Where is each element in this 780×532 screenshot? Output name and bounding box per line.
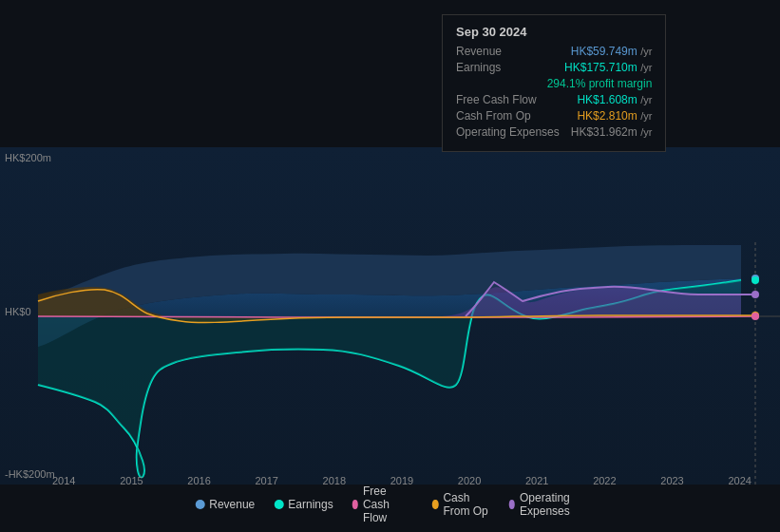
x-label-2024: 2024	[728, 475, 751, 486]
fcf-value: HK$1.608m /yr	[577, 93, 652, 106]
legend-dot-opex	[509, 500, 515, 509]
legend-label-earnings: Earnings	[288, 498, 333, 511]
tooltip-cashfromop-row: Cash From Op HK$2.810m /yr	[456, 109, 652, 123]
tooltip-date: Sep 30 2024	[456, 25, 652, 39]
legend-item-cashfromop[interactable]: Cash From Op	[432, 491, 490, 518]
cashfromop-value: HK$2.810m /yr	[577, 109, 652, 123]
svg-point-4	[751, 291, 759, 298]
legend-label-revenue: Revenue	[209, 498, 255, 511]
opex-value: HK$31.962m /yr	[571, 125, 653, 139]
tooltip-revenue-row: Revenue HK$59.749m /yr	[456, 45, 652, 58]
legend-label-cashfromop: Cash From Op	[443, 491, 489, 518]
tooltip-fcf-row: Free Cash Flow HK$1.608m /yr	[456, 93, 652, 106]
opex-label: Operating Expenses	[456, 125, 560, 139]
legend-label-fcf: Free Cash Flow	[363, 484, 413, 524]
legend-dot-fcf	[352, 500, 358, 509]
chart-area: HK$200m HK$0 -HK$200m	[0, 147, 780, 484]
earnings-label: Earnings	[456, 61, 501, 74]
svg-point-3	[751, 276, 759, 284]
x-label-2023: 2023	[660, 475, 683, 486]
cashfromop-label: Cash From Op	[456, 109, 531, 123]
revenue-value: HK$59.749m /yr	[571, 45, 653, 58]
profit-margin-value: 294.1% profit margin	[547, 77, 653, 90]
legend-dot-revenue	[195, 500, 204, 509]
legend-item-earnings[interactable]: Earnings	[274, 498, 333, 511]
legend-item-fcf[interactable]: Free Cash Flow	[352, 484, 413, 524]
legend-item-revenue[interactable]: Revenue	[195, 498, 255, 511]
legend-dot-cashfromop	[432, 500, 438, 509]
tooltip-opex-row: Operating Expenses HK$31.962m /yr	[456, 125, 652, 139]
tooltip-profit-margin-row: 294.1% profit margin	[456, 77, 652, 90]
legend-dot-earnings	[274, 500, 283, 509]
tooltip-card: Sep 30 2024 Revenue HK$59.749m /yr Earni…	[442, 14, 666, 152]
x-label-2015: 2015	[120, 475, 143, 486]
svg-point-6	[751, 313, 759, 320]
revenue-label: Revenue	[456, 45, 502, 58]
fcf-label: Free Cash Flow	[456, 93, 537, 106]
x-label-2022: 2022	[593, 475, 616, 486]
x-label-2014: 2014	[52, 475, 75, 486]
legend-label-opex: Operating Expenses	[520, 491, 585, 518]
legend: Revenue Earnings Free Cash Flow Cash Fro…	[195, 484, 585, 524]
tooltip-earnings-row: Earnings HK$175.710m /yr	[456, 61, 652, 74]
chart-svg	[0, 147, 780, 484]
earnings-value: HK$175.710m /yr	[564, 61, 652, 74]
legend-item-opex[interactable]: Operating Expenses	[509, 491, 585, 518]
